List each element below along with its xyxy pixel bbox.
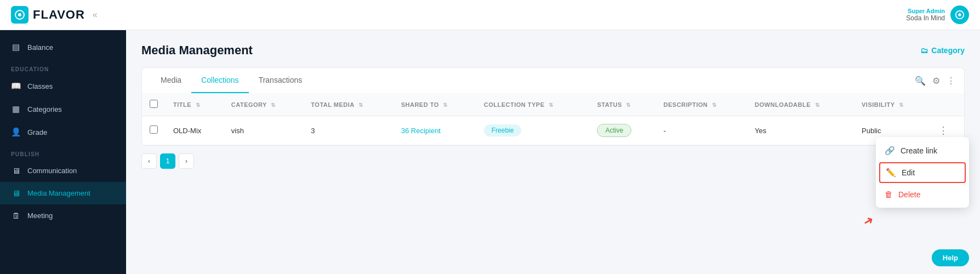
col-status: STATUS ⇅	[589, 93, 656, 116]
row-checkbox[interactable]	[150, 125, 158, 134]
col-visibility: VISIBILITY ⇅	[854, 93, 930, 116]
shared-to-link[interactable]: 36 Recipient	[401, 127, 441, 135]
sidebar-item-categories[interactable]: ▦ Categories	[0, 98, 126, 121]
user-org: Soda In Mind	[906, 14, 945, 22]
user-info: Super Admin Soda In Mind	[906, 8, 945, 22]
edit-icon: ✏️	[886, 168, 896, 178]
sidebar-item-label: Grade	[27, 128, 47, 136]
sort-total-media-icon[interactable]: ⇅	[358, 102, 363, 108]
next-page-button[interactable]: ›	[179, 153, 194, 169]
dropdown-delete[interactable]: 🗑 Delete	[876, 184, 969, 204]
create-link-icon: 🔗	[885, 146, 895, 156]
sidebar-item-communication[interactable]: 🖥 Communication	[0, 159, 126, 182]
col-total-media: TOTAL MEDIA ⇅	[303, 93, 393, 116]
category-button-label: Category	[931, 46, 965, 55]
table-header-row: TITLE ⇅ CATEGORY ⇅ TOTAL MEDIA ⇅ SHARE	[142, 93, 964, 116]
dropdown-edit[interactable]: ✏️ Edit	[879, 162, 966, 183]
sidebar-item-grade[interactable]: 👤 Grade	[0, 121, 126, 144]
sort-status-icon[interactable]: ⇅	[626, 102, 631, 108]
sidebar-item-classes[interactable]: 📖 Classes	[0, 75, 126, 98]
category-button[interactable]: 🗂 Category	[920, 46, 965, 55]
avatar	[950, 5, 969, 24]
delete-label: Delete	[898, 190, 920, 199]
sidebar-item-label: Communication	[27, 167, 77, 175]
logo-icon	[11, 6, 29, 24]
classes-icon: 📖	[11, 81, 21, 91]
svg-point-1	[18, 13, 21, 16]
select-all-checkbox[interactable]	[150, 100, 158, 108]
logo-area: FLAVOR «	[11, 6, 98, 24]
status-badge: Active	[597, 124, 631, 137]
row-actions-button[interactable]: ⋮	[938, 125, 948, 136]
search-icon[interactable]: 🔍	[915, 76, 926, 86]
row-status: Active	[589, 116, 656, 145]
col-category: CATEGORY ⇅	[224, 93, 304, 116]
dropdown-menu: 🔗 Create link ✏️ Edit 🗑 Delete	[876, 137, 969, 208]
more-options-icon[interactable]: ⋮	[947, 76, 955, 86]
sidebar-item-meeting[interactable]: 🗓 Meeting	[0, 204, 126, 227]
tab-collections[interactable]: Collections	[191, 68, 248, 93]
row-shared-to: 36 Recipient	[394, 116, 476, 145]
tab-media[interactable]: Media	[151, 68, 191, 93]
collections-table: TITLE ⇅ CATEGORY ⇅ TOTAL MEDIA ⇅ SHARE	[142, 93, 964, 145]
body-layout: ▤ Balance EDUCATION 📖 Classes ▦ Categori…	[0, 30, 980, 274]
sidebar-item-label: Meeting	[27, 212, 53, 220]
col-shared-to: SHARED TO ⇅	[394, 93, 476, 116]
sidebar-item-label: Balance	[27, 43, 53, 52]
sort-collection-type-icon[interactable]: ⇅	[549, 102, 554, 108]
create-link-label: Create link	[901, 146, 937, 155]
sidebar-section-publish: PUBLISH	[0, 144, 126, 159]
row-total-media: 3	[303, 116, 393, 145]
sort-category-icon[interactable]: ⇅	[271, 102, 276, 108]
filter-icon[interactable]: ⚙	[932, 76, 940, 86]
sort-downloadable-icon[interactable]: ⇅	[815, 102, 820, 108]
row-description: -	[656, 116, 748, 145]
tab-actions: 🔍 ⚙ ⋮	[915, 76, 955, 86]
delete-icon: 🗑	[885, 190, 893, 199]
row-downloadable: Yes	[747, 116, 854, 145]
user-area: Super Admin Soda In Mind	[906, 5, 969, 24]
sort-description-icon[interactable]: ⇅	[712, 102, 717, 108]
svg-point-3	[958, 13, 961, 16]
col-collection-type: COLLECTION TYPE ⇅	[476, 93, 590, 116]
table-row: OLD-Mix vish 3 36 Recipient Freebie Acti…	[142, 116, 964, 145]
table-container: TITLE ⇅ CATEGORY ⇅ TOTAL MEDIA ⇅ SHARE	[141, 93, 965, 146]
tab-bar: Media Collections Transactions 🔍 ⚙ ⋮	[141, 67, 965, 93]
page-title: Media Management	[141, 43, 253, 58]
collapse-icon[interactable]: «	[93, 10, 98, 20]
dropdown-create-link[interactable]: 🔗 Create link	[876, 140, 969, 161]
pagination-bar: ‹ 1 › Showing 1 to 1 of 1 records	[141, 146, 965, 171]
sidebar-section-education: EDUCATION	[0, 59, 126, 75]
balance-icon: ▤	[11, 42, 21, 52]
sort-shared-to-icon[interactable]: ⇅	[443, 102, 448, 108]
prev-page-button[interactable]: ‹	[141, 153, 157, 169]
main-content: Media Management 🗂 Category Media Collec…	[126, 30, 980, 274]
sidebar-item-label: Media Management	[27, 189, 90, 197]
media-management-icon: 🖥	[11, 189, 21, 198]
col-title: TITLE ⇅	[166, 93, 224, 116]
top-header: FLAVOR « Super Admin Soda In Mind	[0, 0, 980, 30]
page-1-button[interactable]: 1	[160, 153, 175, 169]
help-button[interactable]: Help	[932, 249, 969, 266]
tab-transactions[interactable]: Transactions	[249, 68, 312, 93]
tabs: Media Collections Transactions	[151, 68, 312, 93]
sort-title-icon[interactable]: ⇅	[196, 102, 201, 108]
row-collection-type: Freebie	[476, 116, 590, 145]
row-title: OLD-Mix	[166, 116, 224, 145]
grade-icon: 👤	[11, 127, 21, 137]
sidebar-item-label: Classes	[27, 82, 53, 90]
meeting-icon: 🗓	[11, 211, 21, 220]
sidebar-item-label: Categories	[27, 105, 62, 113]
user-role: Super Admin	[906, 8, 945, 14]
header-checkbox-cell	[142, 93, 166, 116]
communication-icon: 🖥	[11, 166, 21, 175]
category-icon: 🗂	[920, 46, 928, 55]
sort-visibility-icon[interactable]: ⇅	[899, 102, 904, 108]
col-actions	[931, 93, 965, 116]
edit-label: Edit	[902, 168, 915, 177]
row-checkbox-cell	[142, 116, 166, 145]
logo-text: FLAVOR	[33, 8, 85, 22]
page-header: Media Management 🗂 Category	[141, 43, 965, 58]
sidebar-item-balance[interactable]: ▤ Balance	[0, 36, 126, 59]
sidebar-item-media-management[interactable]: 🖥 Media Management	[0, 182, 126, 204]
